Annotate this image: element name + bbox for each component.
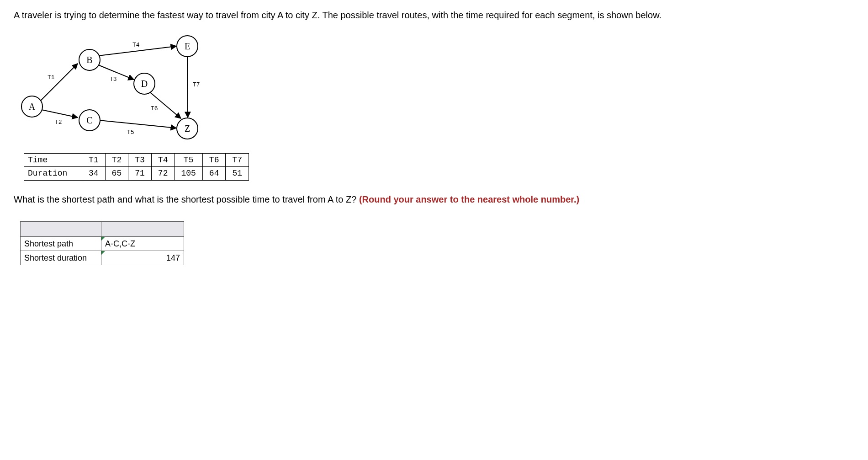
table-row: Shortest duration 147 xyxy=(21,251,184,265)
table-row: Shortest path A-C,C-Z xyxy=(21,236,184,251)
route-diagram: A B C D E Z T1 T2 T3 T4 T5 T6 T7 xyxy=(18,31,224,150)
duration-table: Time T1 T2 T3 T4 T5 T6 T7 Duration 34 65… xyxy=(24,153,249,181)
table-row xyxy=(21,221,184,236)
svg-line-0 xyxy=(41,64,78,101)
duration-cell: 51 xyxy=(226,167,249,180)
edge-label-T6: T6 xyxy=(151,105,158,113)
node-E: E xyxy=(176,35,198,57)
validation-tick-icon xyxy=(101,237,105,241)
col-header: T6 xyxy=(202,154,226,167)
edge-label-T1: T1 xyxy=(48,74,55,82)
blank-header xyxy=(21,221,101,236)
col-header: T3 xyxy=(128,154,152,167)
shortest-duration-input[interactable]: 147 xyxy=(101,251,184,265)
svg-line-1 xyxy=(42,110,78,118)
col-header: T2 xyxy=(105,154,128,167)
shortest-duration-value: 147 xyxy=(101,251,184,265)
col-header: T1 xyxy=(82,154,106,167)
duration-cell: 105 xyxy=(175,167,202,180)
question-text: What is the shortest path and what is th… xyxy=(14,193,854,206)
shortest-path-input[interactable]: A-C,C-Z xyxy=(101,236,184,251)
edge-label-T3: T3 xyxy=(110,75,117,84)
svg-line-4 xyxy=(99,120,176,128)
blank-header xyxy=(101,221,184,236)
col-header: T4 xyxy=(151,154,175,167)
table-row: Duration 34 65 71 72 105 64 51 xyxy=(24,167,249,180)
duration-cell: 72 xyxy=(151,167,175,180)
duration-cell: 34 xyxy=(82,167,106,180)
duration-cell: 64 xyxy=(202,167,226,180)
shortest-path-value: A-C,C-Z xyxy=(101,237,184,251)
intro-text: A traveler is trying to determine the fa… xyxy=(14,9,854,21)
svg-line-6 xyxy=(187,56,188,118)
duration-cell: 71 xyxy=(128,167,152,180)
node-B: B xyxy=(79,49,101,71)
col-header: T7 xyxy=(226,154,249,167)
node-D: D xyxy=(133,73,155,95)
shortest-path-label: Shortest path xyxy=(21,236,101,251)
validation-tick-icon xyxy=(101,251,105,255)
edge-label-T4: T4 xyxy=(132,41,140,49)
table-row: Time T1 T2 T3 T4 T5 T6 T7 xyxy=(24,154,249,167)
question-emphasis: (Round your answer to the nearest whole … xyxy=(359,194,579,204)
node-A: A xyxy=(21,96,43,118)
node-Z: Z xyxy=(176,118,198,139)
answer-table: Shortest path A-C,C-Z Shortest duration … xyxy=(20,221,184,266)
duration-cell: 65 xyxy=(105,167,128,180)
edge-label-T2: T2 xyxy=(55,118,62,127)
row-label-time: Time xyxy=(24,154,82,167)
question-prefix: What is the shortest path and what is th… xyxy=(14,194,359,204)
node-C: C xyxy=(79,109,101,131)
edge-label-T7: T7 xyxy=(193,81,200,89)
col-header: T5 xyxy=(175,154,202,167)
edge-label-T5: T5 xyxy=(127,128,134,137)
shortest-duration-label: Shortest duration xyxy=(21,251,101,265)
row-label-duration: Duration xyxy=(24,167,82,180)
